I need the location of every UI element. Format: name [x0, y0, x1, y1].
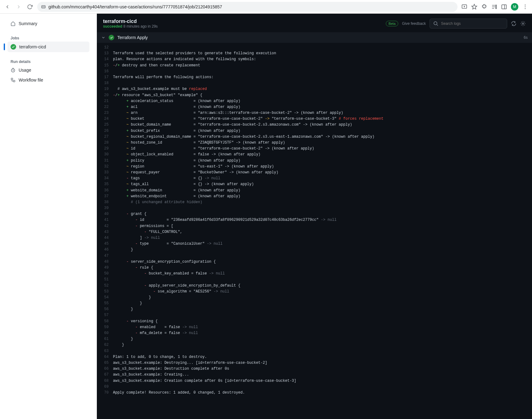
log-line: 21 + acceleration_status = (known after … — [97, 98, 532, 104]
home-icon — [11, 21, 16, 26]
line-number: 33 — [97, 170, 113, 176]
log-line: 51 — [97, 277, 532, 283]
log-line: 67aws_s3_bucket.example: Creating... — [97, 372, 532, 378]
site-info-icon — [41, 4, 46, 9]
forward-button[interactable] — [15, 3, 22, 11]
line-number: 30 — [97, 152, 113, 158]
log-text: - sse_algorithm = "AES256" -> null — [113, 289, 229, 295]
log-line: 27 ~ bucket_regional_domain_name = "terr… — [97, 134, 532, 140]
log-text: ~ arn = "arn:aws:s3:::terraform-use-case… — [113, 110, 343, 116]
log-line: 38 # (1 unchanged attribute hidden) — [97, 199, 532, 205]
log-line: 55 } — [97, 301, 532, 306]
line-number: 66 — [97, 366, 113, 372]
log-line: 63 — [97, 348, 532, 354]
line-number: 64 — [97, 354, 113, 360]
log-text: ~ object_lock_enabled = false -> (known … — [113, 152, 260, 158]
log-line: 70Apply complete! Resources: 1 added, 0 … — [97, 390, 532, 396]
line-number: 58 — [97, 319, 113, 324]
extensions-icon[interactable] — [481, 4, 487, 10]
log-line: 28 ~ hosted_zone_id = "Z3AQBSTGFYJSTF" -… — [97, 140, 532, 146]
line-number: 24 — [97, 116, 113, 122]
log-line: 64Plan: 1 to add, 0 to change, 1 to dest… — [97, 354, 532, 360]
bookmark-icon[interactable] — [471, 4, 477, 10]
job-meta: succeeded 8 minutes ago in 29s — [103, 24, 158, 29]
chevron-down-icon — [101, 35, 106, 40]
profile-avatar[interactable]: M — [511, 3, 518, 11]
svg-rect-5 — [496, 5, 497, 9]
search-icon — [433, 21, 439, 26]
give-feedback-link[interactable]: Give feedback — [402, 21, 426, 26]
svg-rect-11 — [11, 78, 13, 80]
reload-button[interactable] — [26, 3, 34, 11]
log-text: } — [113, 342, 124, 348]
line-number: 16 — [97, 69, 113, 74]
line-number: 68 — [97, 378, 113, 384]
log-text: aws_s3_bucket.example: Creating... — [113, 372, 189, 378]
line-number: 50 — [97, 271, 113, 277]
log-text: Plan: 1 to add, 0 to change, 1 to destro… — [113, 354, 207, 360]
job-title: terraform-cicd — [103, 19, 158, 24]
search-logs-input[interactable] — [441, 21, 504, 26]
log-text: } — [113, 301, 142, 306]
log-line: 35 ~ tags_all = {} -> (known after apply… — [97, 181, 532, 187]
log-line: 24 ~ bucket = "terraform-use-case-bucket… — [97, 116, 532, 122]
sidebar-label: terraform-cicd — [19, 44, 46, 49]
line-number: 20 — [97, 92, 113, 98]
log-text: ~ tags_all = {} -> (known after apply) — [113, 181, 254, 187]
menu-icon[interactable] — [522, 4, 528, 10]
line-number: 31 — [97, 158, 113, 164]
log-text: ~ bucket = "terraform-use-case-bucket-2"… — [113, 116, 383, 122]
svg-point-7 — [525, 4, 526, 5]
url-bar[interactable]: github.com/mmccarthy404/terraform-use-ca… — [37, 2, 458, 12]
log-line: 31 + policy = (known after apply) — [97, 158, 532, 164]
line-number: 62 — [97, 342, 113, 348]
log-text: } — [113, 247, 133, 253]
log-text: aws_s3_bucket.example: Creation complete… — [113, 378, 296, 384]
sidebar-item-job[interactable]: terraform-cicd — [7, 42, 89, 52]
line-number: 45 — [97, 241, 113, 247]
log-line: 42 - permissions = [ — [97, 223, 532, 229]
line-number: 37 — [97, 194, 113, 199]
log-line: 60 - mfa_delete = false -> null — [97, 330, 532, 336]
status-success-icon — [109, 35, 114, 40]
log-line: 52 - apply_server_side_encryption_by_def… — [97, 283, 532, 289]
log-text: - type = "CanonicalUser" -> null — [113, 241, 223, 247]
log-text: - grant { — [113, 211, 147, 217]
log-text: - apply_server_side_encryption_by_defaul… — [113, 283, 240, 289]
line-number: 63 — [97, 348, 113, 354]
log-text: + policy = (known after apply) — [113, 158, 240, 164]
install-icon[interactable] — [461, 4, 467, 10]
job-status: succeeded — [103, 24, 122, 29]
log-text: aws_s3_bucket.example: Destruction compl… — [113, 366, 229, 372]
sidebar-item-summary[interactable]: Summary — [7, 19, 89, 29]
stopwatch-icon — [11, 68, 16, 73]
settings-icon[interactable] — [520, 21, 526, 26]
sidebar-item-workflow-file[interactable]: Workflow file — [7, 75, 89, 85]
log-text: - enabled = false -> null — [113, 324, 198, 330]
rerun-icon[interactable] — [511, 21, 516, 26]
line-number: 26 — [97, 128, 113, 134]
log-text: plan. Resource actions are indicated wit… — [113, 56, 256, 62]
log-line: 34 - tags = {} -> null — [97, 176, 532, 181]
log-text: } — [113, 295, 151, 301]
sidebar-heading-jobs: Jobs — [7, 33, 89, 42]
sidebar-item-usage[interactable]: Usage — [7, 65, 89, 75]
log-line: 46 } — [97, 247, 532, 253]
log-text: - "FULL_CONTROL", — [113, 229, 182, 235]
log-line: 68aws_s3_bucket.example: Creation comple… — [97, 378, 532, 384]
log-text: - tags = {} -> null — [113, 176, 220, 181]
panel-icon[interactable] — [501, 4, 507, 10]
log-text: + website_domain = (known after apply) — [113, 188, 240, 194]
log-text: Terraform will perform the following act… — [113, 74, 214, 80]
step-name: Terraform Apply — [117, 35, 521, 40]
log-line: 36 + website_domain = (known after apply… — [97, 188, 532, 194]
back-button[interactable] — [4, 3, 11, 11]
log-line: 39 — [97, 205, 532, 211]
line-number: 12 — [97, 45, 113, 51]
step-header[interactable]: Terraform Apply 6s — [97, 32, 532, 43]
step-duration: 6s — [524, 35, 528, 40]
search-logs[interactable] — [430, 19, 507, 29]
log-text: ~ bucket_domain_name = "terraform-use-ca… — [113, 122, 352, 128]
side-panel-icon[interactable] — [491, 4, 497, 10]
log-line: 15-/+ destroy and then create replacemen… — [97, 63, 532, 69]
